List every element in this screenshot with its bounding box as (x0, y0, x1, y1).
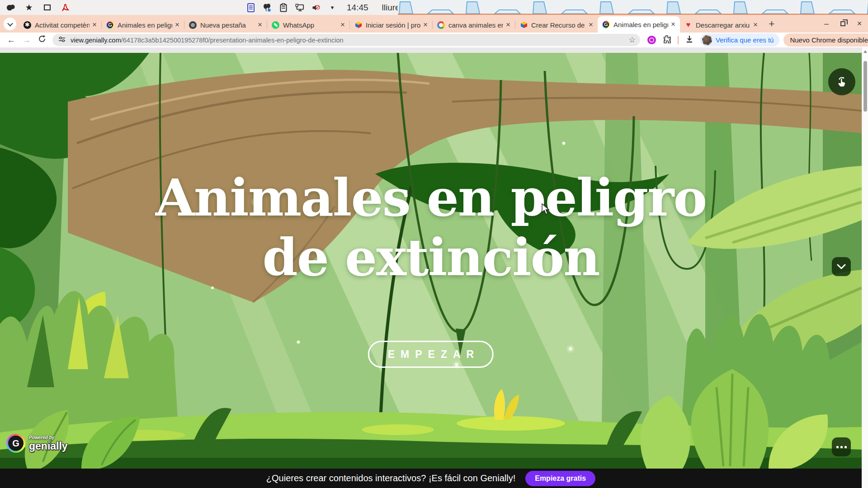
ellipsis-icon (836, 446, 847, 448)
balloons-icon[interactable] (263, 3, 272, 12)
page-content: Animales en peligro de extinción EMPEZAR… (0, 47, 868, 488)
app-blob-icon[interactable] (6, 3, 15, 12)
mouse-cursor (542, 203, 552, 215)
tab-search-button[interactable] (4, 18, 16, 30)
cube-favicon (354, 21, 362, 29)
tab-title: Activitat competènc (35, 21, 90, 29)
tab-title: Animales en peligro (118, 21, 172, 29)
tab-close-icon[interactable]: × (91, 20, 98, 29)
scrollbar-thumb[interactable] (863, 61, 867, 112)
tab-close-icon[interactable]: × (588, 20, 594, 29)
avatar (702, 35, 712, 45)
mandala-favicon: ✱ (24, 21, 31, 29)
tab-title: Iniciar sesión | pro (366, 21, 420, 29)
tab-descarregar[interactable]: ♥ Descarregar arxiu × (680, 17, 762, 33)
powered-by-label: Powered by (29, 436, 68, 440)
heart-favicon: ♥ (684, 21, 692, 29)
empieza-gratis-button[interactable]: Empieza gratis (525, 471, 595, 486)
genially-slide: Animales en peligro de extinción EMPEZAR… (0, 53, 862, 469)
caret-down-icon[interactable]: ▾ (328, 3, 337, 12)
forward-button[interactable]: → (19, 35, 34, 45)
tab-animales-1[interactable]: G Animales en peligro × (102, 17, 184, 33)
page-scrollbar[interactable] (862, 47, 868, 488)
screen-icon[interactable] (295, 3, 304, 12)
tab-activitat[interactable]: ✱ Activitat competènc × (19, 17, 101, 33)
tab-whatsapp[interactable]: WhatsApp × (267, 17, 349, 33)
promo-text: ¿Quieres crear contenidos interactivos? … (266, 473, 515, 483)
page-top-strip (0, 47, 862, 53)
tab-close-icon[interactable]: × (257, 20, 263, 29)
whatsapp-favicon (272, 21, 279, 29)
more-options-button[interactable] (832, 437, 851, 456)
bookmark-star-icon[interactable]: ☆ (629, 35, 636, 45)
address-bar[interactable]: view.genially.com/64178c3a5b142500195278… (52, 34, 640, 46)
tab-title: Descarregar arxiu (696, 21, 750, 29)
new-tab-button[interactable]: + (765, 18, 778, 30)
empezar-button[interactable]: EMPEZAR (368, 341, 494, 368)
chevron-down-icon (837, 264, 846, 269)
genially-badge[interactable]: G Powered by genially (6, 434, 68, 453)
tab-nueva-pestana[interactable]: Nueva pestaña × (184, 17, 267, 33)
close-window-button[interactable]: × (855, 19, 863, 28)
tab-title: canva animales en (448, 21, 503, 29)
restore-button[interactable] (840, 21, 845, 26)
clock: 14:45 (347, 3, 368, 13)
download-icon[interactable] (685, 35, 694, 46)
next-slide-button[interactable] (832, 257, 851, 276)
tab-animales-active[interactable]: G Animales en peligr × (598, 16, 680, 33)
tab-strip: ✱ Activitat competènc × G Animales en pe… (0, 15, 868, 33)
chevron-down-icon (7, 20, 13, 26)
extensions-puzzle-icon[interactable] (662, 35, 671, 46)
tab-close-icon[interactable]: × (505, 20, 511, 29)
tab-close-icon[interactable]: × (422, 20, 429, 29)
tab-canva-animales[interactable]: canva animales en × (433, 17, 515, 33)
verify-label: Verifica que eres tú (716, 36, 774, 44)
cube-favicon (520, 21, 528, 29)
muted-speaker-icon[interactable] (311, 3, 321, 12)
tab-close-icon[interactable]: × (340, 20, 346, 29)
scroll-up-arrow[interactable] (863, 50, 867, 53)
tab-title: WhatsApp (283, 21, 338, 29)
tab-title: Crear Recurso de a (531, 21, 586, 29)
genially-logo-icon: G (6, 434, 25, 453)
cpu-monitor-graph (398, 0, 868, 15)
tab-title: Animales en peligr (613, 21, 668, 28)
tab-crear-recurso[interactable]: Crear Recurso de a × (515, 17, 598, 33)
genially-wordmark: genially (29, 441, 68, 451)
window-icon[interactable] (42, 3, 52, 12)
document-icon[interactable] (246, 3, 255, 12)
genially-favicon: G (602, 21, 610, 28)
back-button[interactable]: ← (4, 35, 19, 45)
tab-close-icon[interactable]: × (174, 20, 180, 29)
system-top-bar: ★ ▾ 14:45 lliurex (0, 0, 868, 15)
url-text[interactable]: view.genially.com/64178c3a5b142500195278… (71, 37, 629, 44)
profile-verify-button[interactable]: Verifica que eres tú (700, 33, 779, 47)
chrome-update-button[interactable]: Nuevo Chrome disponible ⋮ (783, 33, 868, 47)
tap-hand-icon (835, 75, 849, 89)
update-label: Nuevo Chrome disponible (790, 36, 868, 44)
interactive-hand-button[interactable] (828, 68, 855, 95)
tab-iniciar-sesion[interactable]: Iniciar sesión | pro × (350, 17, 432, 33)
minimize-button[interactable]: – (822, 19, 830, 28)
google-favicon (437, 21, 445, 29)
genially-promo-banner: ¿Quieres crear contenidos interactivos? … (0, 469, 862, 488)
tab-close-icon[interactable]: × (670, 20, 676, 29)
genially-favicon: G (106, 21, 114, 29)
star-icon[interactable]: ★ (24, 3, 33, 12)
reload-button[interactable] (34, 35, 50, 45)
slide-title: Animales en peligro de extinción (0, 168, 862, 287)
adobe-reader-icon[interactable] (61, 3, 70, 12)
browser-toolbar: ← → view.genially.com/64178c3a5b14250019… (0, 33, 868, 47)
toolbar-divider (678, 36, 679, 44)
tab-close-icon[interactable]: × (752, 20, 759, 29)
clipboard-icon[interactable] (279, 3, 288, 12)
extension-lr-icon[interactable] (647, 36, 656, 44)
tab-title: Nueva pestaña (200, 21, 255, 29)
chromium-favicon (189, 21, 197, 29)
site-settings-icon[interactable] (58, 36, 66, 45)
